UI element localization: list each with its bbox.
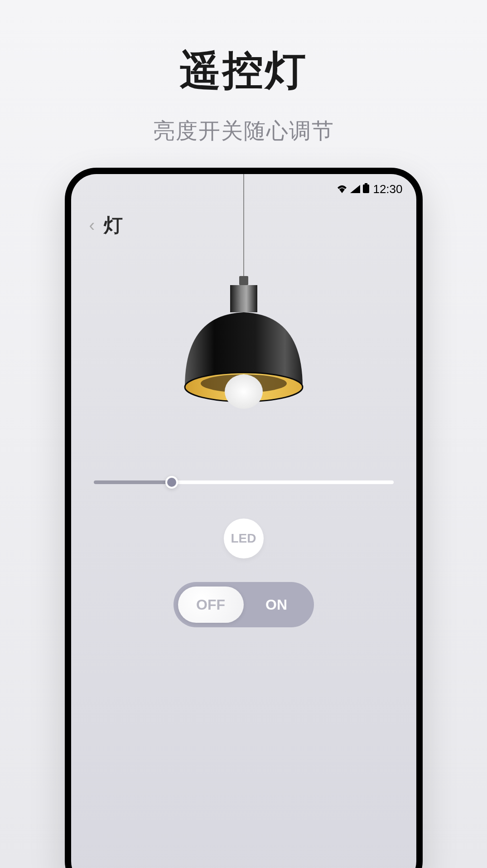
brightness-slider[interactable] [94,473,394,491]
power-toggle[interactable]: OFF ON [174,582,314,627]
page-subtitle: 亮度开关随心调节 [0,116,487,145]
slider-thumb[interactable] [165,476,178,489]
page-title: 遥控灯 [0,43,487,98]
phone-mockup: 12:30 ‹ 灯 [65,168,423,868]
lamp-illustration [71,174,416,428]
slider-fill [94,480,172,484]
toggle-off-label: OFF [178,596,244,613]
toggle-on-label: ON [244,596,309,613]
led-button[interactable]: LED [224,519,264,558]
phone-screen: 12:30 ‹ 灯 [71,174,416,868]
svg-rect-3 [239,276,248,285]
slider-track [94,480,394,484]
svg-point-8 [225,374,263,409]
svg-rect-4 [230,285,257,312]
